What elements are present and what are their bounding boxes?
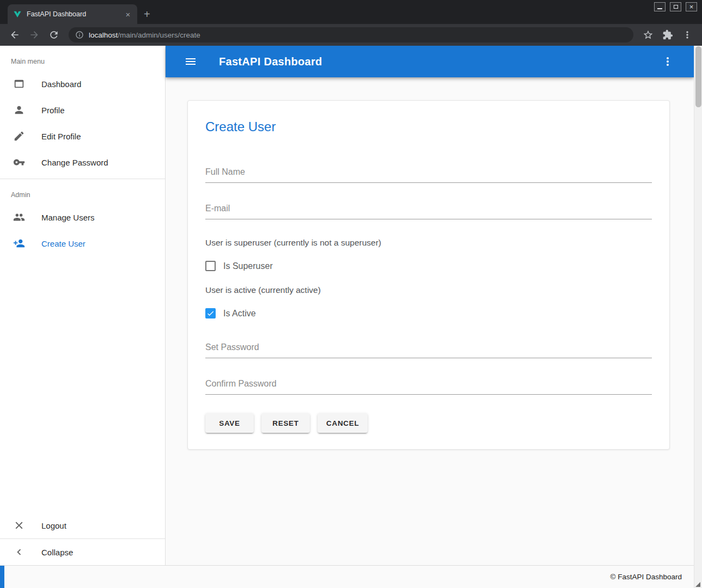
browser-chrome: FastAPI Dashboard × + × localhost/main/a… [0, 0, 702, 46]
sidebar-item-label: Create User [41, 239, 86, 248]
back-button[interactable] [5, 26, 24, 44]
sidebar-item-profile[interactable]: Profile [0, 97, 165, 123]
superuser-hint: User is superuser (currently is not a su… [205, 238, 652, 248]
window-close-button[interactable]: × [686, 2, 697, 11]
window-maximize-button[interactable] [670, 2, 681, 11]
chevron-left-icon [13, 546, 25, 558]
appbar-overflow-button[interactable] [658, 52, 677, 71]
new-tab-button[interactable]: + [137, 4, 157, 24]
superuser-checkbox[interactable] [205, 261, 216, 271]
sidebar-section-admin: Admin [0, 179, 165, 204]
active-hint: User is active (currently active) [205, 285, 652, 295]
create-user-card: Create User User is superuser (currently… [187, 100, 670, 450]
sidebar-item-label: Change Password [41, 158, 108, 167]
email-input[interactable] [205, 201, 652, 219]
sidebar-section-main-menu: Main menu [0, 46, 165, 71]
sidebar-item-label: Edit Profile [41, 132, 81, 141]
confirm-password-field [205, 377, 652, 395]
close-window-icon: × [689, 3, 694, 10]
workspace: Main menu Dashboard Profile Edit Profile… [0, 46, 694, 565]
close-icon [13, 519, 25, 531]
content-area: Create User User is superuser (currently… [166, 77, 694, 565]
reset-button[interactable]: RESET [261, 413, 310, 433]
back-arrow-icon [9, 29, 20, 40]
pencil-icon [13, 130, 25, 142]
hamburger-menu-button[interactable] [181, 52, 200, 71]
browser-tab[interactable]: FastAPI Dashboard × [8, 4, 137, 24]
main-area: FastAPI Dashboard Create User User is su… [166, 46, 694, 565]
forward-arrow-icon [29, 29, 40, 40]
password-input[interactable] [205, 340, 652, 358]
sidebar-item-collapse[interactable]: Collapse [0, 539, 165, 565]
extension-icon [662, 29, 673, 40]
people-icon [13, 211, 25, 223]
hamburger-icon [184, 55, 197, 68]
superuser-checkbox-label: Is Superuser [223, 261, 273, 271]
tab-strip: FastAPI Dashboard × + × [0, 0, 702, 24]
person-icon [13, 104, 25, 116]
browser-toolbar: localhost/main/admin/users/create [0, 24, 702, 46]
active-checkbox-label: Is Active [223, 309, 256, 318]
footer-accent [0, 566, 4, 588]
sidebar-item-edit-profile[interactable]: Edit Profile [0, 123, 165, 149]
window-minimize-button[interactable] [654, 2, 666, 11]
kebab-menu-icon [661, 55, 674, 68]
site-info-icon[interactable] [75, 30, 84, 39]
window-controls: × [654, 2, 697, 11]
sidebar-item-label: Dashboard [41, 79, 81, 89]
browser-menu-button[interactable] [678, 26, 697, 44]
person-add-icon [13, 237, 25, 249]
url-host: localhost [89, 31, 118, 39]
page-title: Create User [205, 119, 652, 134]
password-field [205, 340, 652, 358]
sidebar-item-label: Manage Users [41, 213, 95, 222]
full-name-field [205, 165, 652, 183]
sidebar-item-change-password[interactable]: Change Password [0, 149, 165, 175]
sidebar: Main menu Dashboard Profile Edit Profile… [0, 46, 166, 565]
app-bar: FastAPI Dashboard [166, 46, 694, 77]
sidebar-item-label: Profile [41, 106, 65, 115]
address-bar[interactable]: localhost/main/admin/users/create [69, 27, 633, 42]
footer-copyright: © FastAPI Dashboard [610, 573, 682, 581]
vuetify-logo-icon [13, 10, 22, 19]
save-button[interactable]: SAVE [205, 413, 254, 433]
sidebar-item-dashboard[interactable]: Dashboard [0, 71, 165, 97]
active-checkbox[interactable] [205, 308, 216, 318]
maximize-icon [674, 5, 678, 9]
tab-close-icon[interactable]: × [123, 9, 133, 19]
superuser-checkbox-row[interactable]: Is Superuser [205, 261, 652, 271]
sidebar-spacer [0, 256, 165, 512]
scrollbar-thumb[interactable] [695, 46, 701, 107]
reload-icon [48, 29, 59, 40]
confirm-password-input[interactable] [205, 377, 652, 395]
star-icon [643, 29, 654, 40]
extensions-button[interactable] [658, 26, 677, 44]
sidebar-item-create-user[interactable]: Create User [0, 230, 165, 256]
sidebar-item-manage-users[interactable]: Manage Users [0, 204, 165, 230]
form-actions: SAVE RESET CANCEL [205, 413, 652, 433]
reload-button[interactable] [45, 26, 63, 44]
check-icon [206, 309, 215, 317]
sidebar-item-label: Collapse [41, 548, 73, 557]
full-name-input[interactable] [205, 165, 652, 183]
resize-grip-icon [695, 582, 700, 587]
cancel-button[interactable]: CANCEL [318, 413, 368, 433]
active-checkbox-row[interactable]: Is Active [205, 308, 652, 318]
url-text[interactable]: localhost/main/admin/users/create [89, 31, 200, 39]
tab-title: FastAPI Dashboard [27, 10, 118, 18]
email-field [205, 201, 652, 219]
kebab-menu-icon [682, 29, 693, 40]
url-path: /main/admin/users/create [118, 31, 200, 39]
sidebar-item-logout[interactable]: Logout [0, 512, 165, 538]
app-footer: © FastAPI Dashboard [0, 565, 694, 588]
sidebar-item-label: Logout [41, 521, 66, 530]
key-icon [13, 156, 25, 168]
appbar-title: FastAPI Dashboard [219, 56, 322, 68]
bookmark-button[interactable] [639, 26, 657, 44]
dashboard-icon [13, 78, 25, 90]
forward-button[interactable] [25, 26, 44, 44]
page-scrollbar[interactable] [694, 46, 702, 588]
minimize-icon [657, 8, 662, 9]
